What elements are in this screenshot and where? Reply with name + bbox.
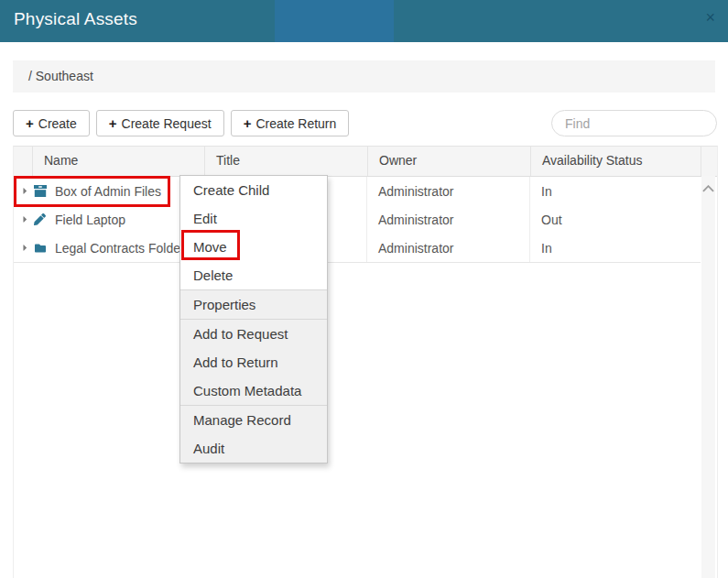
toolbar: + Create + Create Request + Create Retur… xyxy=(13,110,349,136)
create-button[interactable]: + Create xyxy=(13,110,90,136)
table-row[interactable]: Field Laptop Administrator Out xyxy=(14,205,701,234)
row-name-cell[interactable]: Box of Admin Files xyxy=(32,177,204,205)
column-header-title[interactable]: Title xyxy=(204,147,367,176)
create-request-button-label: Create Request xyxy=(122,116,212,131)
create-return-button-label: Create Return xyxy=(255,116,336,131)
scrollbar-track[interactable] xyxy=(701,176,715,578)
row-owner-cell: Administrator xyxy=(367,205,530,234)
plus-icon: + xyxy=(244,115,252,131)
row-availability-cell: Out xyxy=(530,205,701,234)
create-request-button[interactable]: + Create Request xyxy=(96,110,224,136)
context-menu-group-records: Manage Record Audit xyxy=(180,405,327,463)
menu-item-edit[interactable]: Edit xyxy=(180,204,327,233)
menu-item-move[interactable]: Move xyxy=(180,233,327,261)
titlebar-highlight xyxy=(275,0,394,42)
find-input[interactable] xyxy=(551,110,717,136)
archive-box-icon xyxy=(34,185,48,198)
expand-arrow-icon[interactable] xyxy=(14,205,32,234)
pencil-icon xyxy=(34,213,48,226)
row-owner-cell: Administrator xyxy=(367,234,530,262)
close-icon[interactable]: × xyxy=(705,7,715,27)
plus-icon: + xyxy=(26,115,34,131)
menu-item-manage-record[interactable]: Manage Record xyxy=(180,406,327,434)
table-body: Box of Admin Files Administrator In Fiel… xyxy=(14,177,701,263)
table-row[interactable]: Legal Contracts Folder Administrator In xyxy=(14,234,701,262)
menu-item-add-to-return[interactable]: Add to Return xyxy=(180,348,327,376)
create-return-button[interactable]: + Create Return xyxy=(231,110,350,136)
dialog-titlebar: Physical Assets × xyxy=(0,0,728,42)
row-name-label: Field Laptop xyxy=(55,213,125,227)
expand-arrow-icon[interactable] xyxy=(14,234,32,262)
menu-item-create-child[interactable]: Create Child xyxy=(180,176,327,204)
menu-item-audit[interactable]: Audit xyxy=(180,434,327,463)
row-availability-cell: In xyxy=(530,177,701,205)
row-name-cell[interactable]: Field Laptop xyxy=(32,205,204,234)
breadcrumb[interactable]: / Southeast xyxy=(13,60,715,93)
page-title: Physical Assets xyxy=(14,9,137,29)
context-menu-group-properties: Properties xyxy=(180,289,327,319)
row-name-cell[interactable]: Legal Contracts Folder xyxy=(32,234,204,262)
context-menu: Create Child Edit Move Delete Properties… xyxy=(179,175,328,463)
column-header-scrollbar-spacer xyxy=(701,147,717,176)
row-name-label: Legal Contracts Folder xyxy=(55,241,185,256)
context-menu-group-actions: Create Child Edit Move Delete xyxy=(180,176,327,289)
row-availability-cell: In xyxy=(530,234,701,262)
menu-item-add-to-request[interactable]: Add to Request xyxy=(180,320,327,348)
folder-icon xyxy=(34,242,48,255)
column-header-owner[interactable]: Owner xyxy=(367,147,530,176)
row-name-label: Box of Admin Files xyxy=(55,184,161,199)
menu-item-custom-metadata[interactable]: Custom Metadata xyxy=(180,376,327,405)
assets-table: Name Title Owner Availability Status Box… xyxy=(13,146,718,578)
plus-icon: + xyxy=(109,115,117,131)
column-header-availability-status[interactable]: Availability Status xyxy=(530,147,701,176)
column-header-name[interactable]: Name xyxy=(32,147,204,176)
column-header-expander xyxy=(14,147,32,176)
expand-arrow-icon[interactable] xyxy=(14,177,32,205)
menu-item-delete[interactable]: Delete xyxy=(180,261,327,289)
scroll-up-chevron-icon[interactable] xyxy=(702,176,714,196)
create-button-label: Create xyxy=(38,116,77,131)
table-row[interactable]: Box of Admin Files Administrator In xyxy=(14,177,701,205)
context-menu-group-requests: Add to Request Add to Return Custom Meta… xyxy=(180,319,327,405)
menu-item-properties[interactable]: Properties xyxy=(180,290,327,319)
table-header-row: Name Title Owner Availability Status xyxy=(14,147,717,177)
row-owner-cell: Administrator xyxy=(367,177,530,205)
